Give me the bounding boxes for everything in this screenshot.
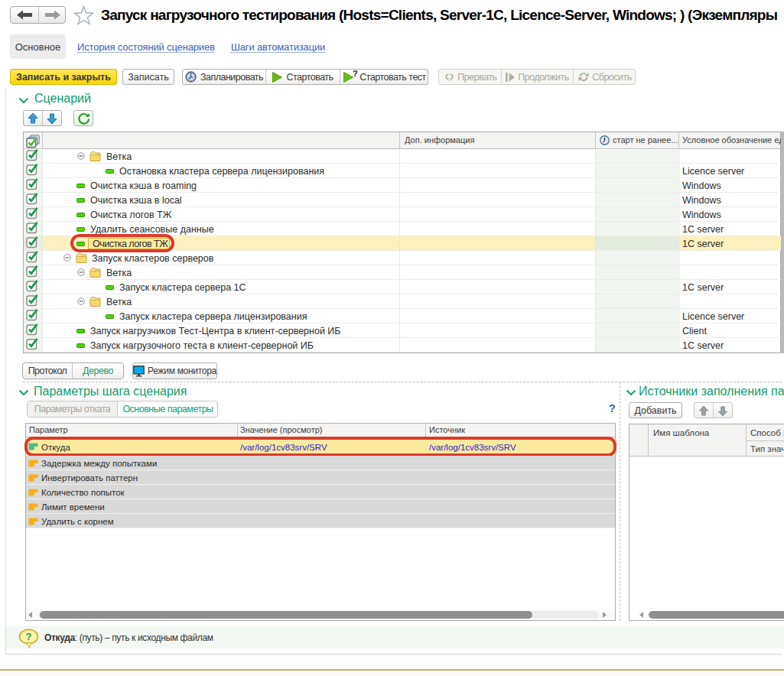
svg-text:?: ? (353, 70, 358, 78)
svg-text:?: ? (26, 631, 32, 642)
